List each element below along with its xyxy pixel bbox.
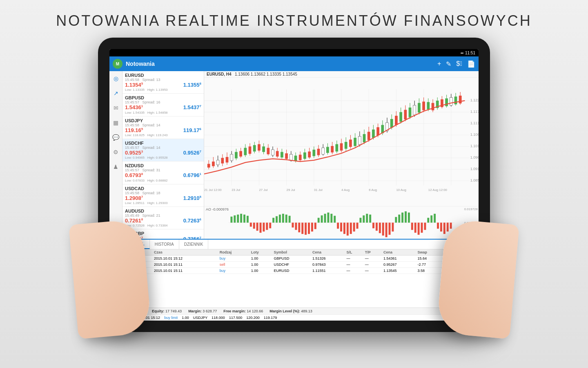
pending-order-row[interactable]: 73572057 2015.10.01 15:12 buy limit 1.00… (109, 314, 479, 321)
quote-low-high: Low: 0.72526 High: 0.73364 (125, 224, 201, 227)
quote-time-spread: 15:45:58 Spread: 18 (125, 191, 201, 195)
chart-canvas[interactable]: 1.12290 1.11710 1.11190 1.10670 1.10150 … (204, 78, 479, 206)
nav-mail-icon[interactable]: ✉ (112, 104, 120, 112)
left-nav: ◎ ↗ ✉ ▦ 💬 ⚙ ♟ (109, 71, 122, 239)
quote-item-gbpusd[interactable]: GBPUSD 15:45:57 Spread: 16 1.54361 1.543… (122, 94, 204, 116)
cell-tp: — (363, 268, 382, 274)
table-row[interactable]: 73571904 2015.10.01 15:11 sell 1.00 USDC… (109, 262, 479, 268)
cell-symbol: EURUSD (272, 268, 311, 274)
oscillator-svg (204, 206, 479, 239)
pending-price: 118.000 (212, 316, 225, 320)
app-logo: M (113, 59, 122, 69)
svg-text:4 Aug: 4 Aug (341, 188, 350, 192)
document-icon[interactable]: 📄 (467, 60, 475, 68)
svg-rect-122 (427, 102, 430, 110)
svg-rect-188 (363, 215, 365, 223)
cell-lots: 1.00 (249, 256, 272, 262)
svg-text:1.09110: 1.09110 (470, 167, 479, 171)
nav-history-icon[interactable]: ▦ (112, 119, 120, 127)
nav-chat-icon[interactable]: 💬 (112, 133, 120, 141)
edit-icon[interactable]: ✎ (446, 60, 451, 68)
nav-strategy-icon[interactable]: ♟ (112, 163, 120, 171)
tablet-screen: ▪▪ 11:51 M Notowania + ✎ $⃝ 📄 ◎ ↗ (109, 49, 479, 321)
quote-time-spread: 15:45:58 Spread: 13 (125, 78, 201, 82)
svg-rect-165 (289, 216, 291, 223)
nav-settings-icon[interactable]: ⚙ (112, 148, 120, 156)
svg-rect-112 (404, 110, 407, 120)
quote-item-eurusd[interactable]: EURUSD 15:45:58 Spread: 13 1.13545 1.135… (122, 71, 204, 94)
svg-rect-180 (337, 223, 339, 229)
quote-item-usdcad[interactable]: USDCAD 15:45:58 Spread: 18 1.29087 1.291… (122, 184, 204, 207)
app-header: M Notowania + ✎ $⃝ 📄 (109, 56, 479, 71)
svg-rect-82 (335, 144, 338, 152)
svg-rect-50 (262, 146, 265, 152)
quote-low-high: Low: 0.67833 High: 0.68882 (125, 179, 201, 182)
pending-type: buy limit (164, 316, 178, 320)
quote-time-spread: 15:45:57 Spread: 14 (125, 146, 201, 150)
chart-area: EURUSD, H4 1.13606 1.13662 1.13335 1.135… (204, 71, 479, 239)
tablet-device: ▪▪ 11:51 M Notowania + ✎ $⃝ 📄 ◎ ↗ (98, 38, 490, 332)
tab-historia[interactable]: HISTORIA (150, 240, 179, 249)
svg-rect-208 (427, 218, 429, 223)
tab-dziennik[interactable]: DZIENNIK (179, 240, 209, 249)
quote-time-spread: 15:45:58 Spread: 14 (125, 123, 201, 127)
quote-item-usdjpy[interactable]: USDJPY 15:45:58 Spread: 14 119.165 119.1… (122, 117, 204, 139)
svg-rect-147 (230, 217, 232, 223)
quote-item-audusd[interactable]: AUDUSD 15:45:49 Spread: 21 0.72618 0.726… (122, 207, 204, 229)
svg-rect-72 (312, 150, 315, 156)
cell-sl: — (345, 256, 363, 262)
svg-text:1.11190: 1.11190 (470, 121, 479, 125)
table-row[interactable]: 73571925 2015.10.01 15:12 buy 1.00 GBPUS… (109, 256, 479, 262)
svg-rect-195 (385, 223, 388, 238)
svg-text:10 Aug: 10 Aug (396, 188, 406, 192)
table-row[interactable]: 73571881 2015.10.01 15:11 buy 1.00 EURUS… (109, 268, 479, 274)
quote-low-high: Low: 118.825 High: 119.243 (125, 133, 201, 137)
svg-rect-150 (240, 214, 242, 223)
cell-price: 0.97843 (311, 262, 345, 268)
quote-ask: 1.13558 (183, 82, 201, 88)
svg-rect-166 (292, 223, 294, 228)
quote-ask: 1.54377 (183, 104, 201, 110)
svg-rect-151 (243, 215, 245, 223)
svg-rect-164 (285, 215, 287, 223)
quote-time-spread: 15:45:57 Spread: 16 (125, 100, 201, 104)
quote-ask: 0.73567 (183, 236, 201, 239)
quote-ask: 119.176 (183, 127, 201, 133)
cell-lots: 1.00 (249, 268, 272, 274)
svg-rect-205 (418, 223, 420, 235)
add-icon[interactable]: + (437, 60, 441, 67)
svg-rect-189 (366, 214, 368, 223)
col-swap: Swap (416, 249, 443, 256)
svg-rect-64 (294, 156, 297, 161)
status-bar: ▪▪ 11:51 (109, 49, 479, 56)
candlestick-chart: 1.12290 1.11710 1.11190 1.10670 1.10150 … (204, 78, 479, 206)
battery-icon: ▪▪ (461, 51, 463, 55)
nav-quotes-icon[interactable]: ◎ (112, 74, 120, 83)
cell-lots: 1.00 (249, 262, 272, 268)
cell-time: 2015.10.01 15:11 (152, 262, 218, 268)
svg-text:1.12290: 1.12290 (470, 98, 479, 102)
svg-rect-213 (443, 223, 445, 234)
cell-symbol: USDCHF (272, 262, 311, 268)
header-icons: + ✎ $⃝ 📄 (437, 60, 475, 68)
cell-sl: — (345, 268, 363, 274)
cell-curprice: 1.13545 (382, 268, 416, 274)
col-rodzaj: Rodzaj (218, 249, 249, 256)
currency-icon[interactable]: $⃝ (456, 60, 462, 67)
quote-item-usdchf[interactable]: USDCHF 15:45:57 Spread: 14 0.95253 0.952… (122, 139, 204, 162)
svg-rect-106 (390, 119, 393, 128)
svg-rect-149 (237, 215, 239, 223)
nav-trade-icon[interactable]: ↗ (112, 89, 120, 97)
svg-rect-200 (401, 213, 403, 223)
svg-rect-74 (317, 149, 320, 155)
svg-rect-54 (272, 150, 274, 155)
svg-text:29 Jul: 29 Jul (287, 188, 295, 192)
svg-rect-124 (432, 103, 434, 110)
svg-rect-172 (311, 223, 313, 232)
svg-rect-120 (422, 101, 425, 110)
osc-level-high: 0.019728 (464, 207, 478, 211)
cell-type: sell (218, 262, 249, 268)
quote-item-nzdusd[interactable]: NZDUSD 15:45:57 Spread: 31 0.67938 0.679… (122, 162, 204, 184)
svg-rect-192 (376, 223, 378, 231)
svg-rect-78 (326, 147, 329, 153)
